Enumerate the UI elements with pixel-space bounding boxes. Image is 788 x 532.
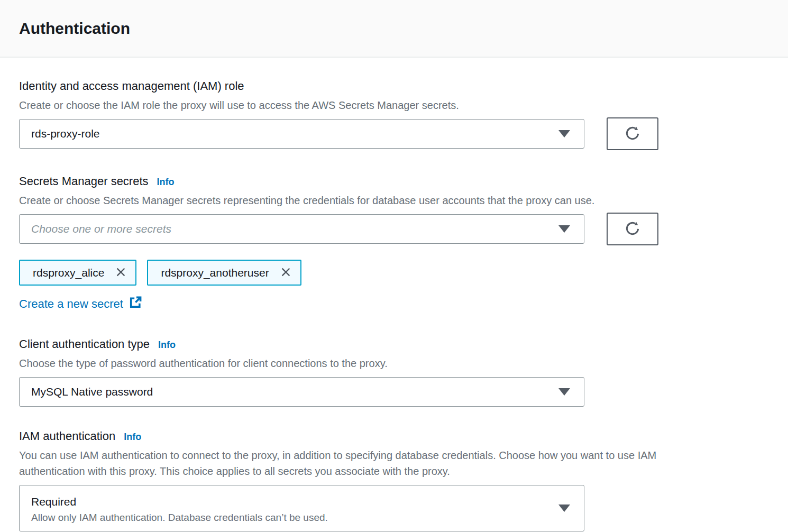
iam-auth-selected-description: Allow only IAM authentication. Database … xyxy=(31,511,328,525)
iam-auth-label: IAM authentication xyxy=(19,429,115,444)
iam-role-field: Identity and access management (IAM) rol… xyxy=(19,79,769,150)
chevron-down-icon xyxy=(558,130,570,137)
client-auth-select[interactable]: MySQL Native password xyxy=(19,377,584,407)
selected-secrets-list: rdsproxy_alice rdsproxy_anotheruser xyxy=(19,260,769,286)
client-auth-description: Choose the type of password authenticati… xyxy=(19,355,769,371)
iam-role-description: Create or choose the IAM role the proxy … xyxy=(19,97,769,113)
iam-auth-select[interactable]: Required Allow only IAM authentication. … xyxy=(19,485,584,531)
close-icon xyxy=(281,267,291,279)
secret-chip-label: rdsproxy_alice xyxy=(33,267,104,279)
secrets-refresh-button[interactable] xyxy=(607,213,658,245)
secrets-multiselect[interactable]: Choose one or more secrets xyxy=(19,214,584,244)
secrets-label: Secrets Manager secrets xyxy=(19,174,149,189)
close-icon xyxy=(116,267,126,279)
secret-chip-label: rdsproxy_anotheruser xyxy=(161,267,269,279)
chevron-down-icon xyxy=(558,388,570,396)
client-auth-selected-value: MySQL Native password xyxy=(31,386,153,398)
secrets-placeholder: Choose one or more secrets xyxy=(31,223,171,235)
external-link-icon xyxy=(129,296,142,312)
client-auth-label: Client authentication type xyxy=(19,337,150,352)
refresh-icon xyxy=(625,221,640,238)
remove-secret-button[interactable] xyxy=(281,267,291,279)
secret-chip: rdsproxy_alice xyxy=(19,260,136,286)
secrets-description: Create or choose Secrets Manager secrets… xyxy=(19,192,769,208)
secrets-info-link[interactable]: Info xyxy=(157,177,175,188)
page-title: Authentication xyxy=(19,20,130,38)
iam-role-refresh-button[interactable] xyxy=(607,117,658,150)
iam-role-label: Identity and access management (IAM) rol… xyxy=(19,79,244,94)
remove-secret-button[interactable] xyxy=(116,267,126,279)
chevron-down-icon xyxy=(558,505,570,512)
secrets-field: Secrets Manager secrets Info Create or c… xyxy=(19,174,769,312)
chevron-down-icon xyxy=(558,225,570,233)
iam-role-selected-value: rds-proxy-role xyxy=(31,127,100,140)
client-auth-field: Client authentication type Info Choose t… xyxy=(19,337,769,407)
iam-auth-description: You can use IAM authentication to connec… xyxy=(19,447,707,479)
form-content: Identity and access management (IAM) rol… xyxy=(0,58,788,531)
client-auth-info-link[interactable]: Info xyxy=(158,340,176,351)
iam-auth-field: IAM authentication Info You can use IAM … xyxy=(19,429,769,531)
iam-auth-info-link[interactable]: Info xyxy=(124,432,141,443)
secret-chip: rdsproxy_anotheruser xyxy=(147,260,301,286)
create-new-secret-label: Create a new secret xyxy=(19,297,123,311)
iam-role-select[interactable]: rds-proxy-role xyxy=(19,119,584,149)
authentication-section-header: Authentication xyxy=(0,0,788,58)
refresh-icon xyxy=(625,125,640,143)
create-new-secret-link[interactable]: Create a new secret xyxy=(19,296,142,312)
iam-auth-selected-value: Required xyxy=(31,494,76,509)
